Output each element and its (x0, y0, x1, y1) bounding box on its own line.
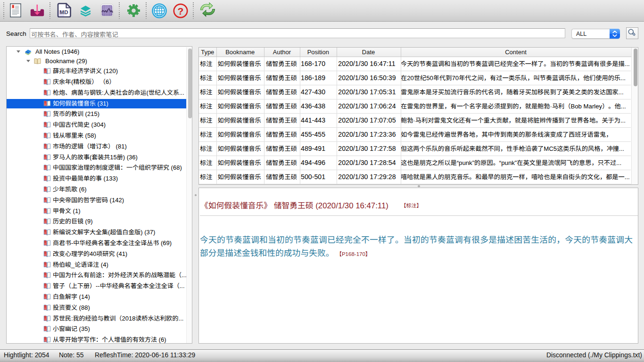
svg-text:?: ? (178, 6, 184, 16)
svg-text:MD: MD (60, 9, 68, 15)
